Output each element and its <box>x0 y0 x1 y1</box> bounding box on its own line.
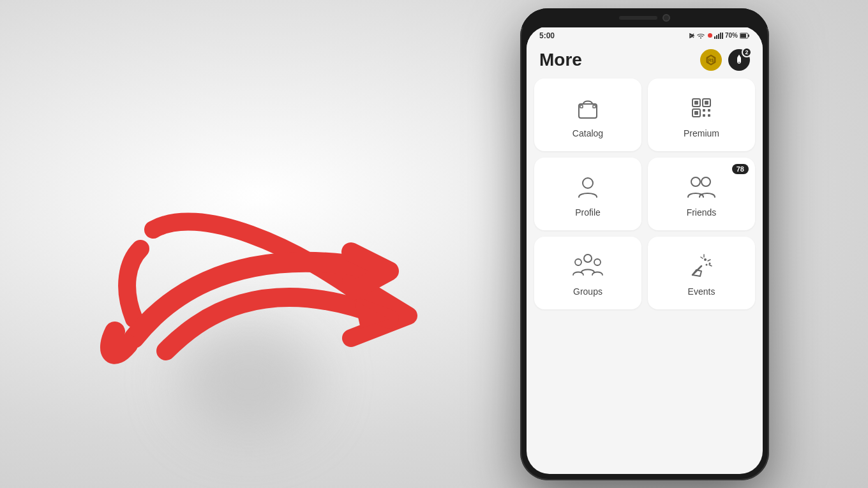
svg-rect-25 <box>703 114 705 117</box>
battery-level: 70% <box>725 32 738 39</box>
premium-icon <box>687 94 715 122</box>
friends-label: Friends <box>687 207 717 218</box>
phone-device: 5:00 <box>520 8 769 480</box>
status-icons: 70% <box>689 32 750 40</box>
premium-label: Premium <box>684 128 719 138</box>
svg-line-39 <box>708 260 710 261</box>
app-title: More <box>539 50 582 70</box>
recording-dot <box>708 33 712 38</box>
notification-button[interactable]: 2 <box>728 49 750 71</box>
bg-blur-shape <box>179 322 319 437</box>
svg-rect-20 <box>705 101 708 105</box>
svg-rect-14 <box>579 104 597 118</box>
svg-point-27 <box>583 178 593 188</box>
wifi-icon <box>697 33 705 39</box>
menu-grid: Catalog <box>527 78 763 309</box>
svg-line-40 <box>709 265 712 266</box>
premium-card[interactable]: Premium <box>648 78 755 151</box>
friends-icon <box>685 173 717 201</box>
phone-top-bar <box>520 8 769 27</box>
groups-icon <box>572 252 604 280</box>
robux-button[interactable]: R$ <box>700 49 722 71</box>
status-bar: 5:00 <box>527 26 763 43</box>
signal-icon <box>714 33 723 39</box>
svg-rect-3 <box>716 35 717 39</box>
svg-rect-6 <box>722 33 723 39</box>
groups-label: Groups <box>573 286 602 297</box>
svg-point-30 <box>584 255 592 262</box>
svg-line-38 <box>701 257 703 258</box>
svg-point-31 <box>575 259 581 265</box>
catalog-card[interactable]: Catalog <box>534 78 641 151</box>
phone-camera <box>662 14 670 22</box>
svg-point-29 <box>701 177 710 186</box>
person-icon <box>574 173 602 201</box>
svg-text:R$: R$ <box>708 58 714 63</box>
phone-screen: 5:00 <box>527 26 763 474</box>
svg-rect-23 <box>703 109 705 112</box>
events-label: Events <box>688 286 715 297</box>
robux-hex-icon: R$ <box>705 54 717 66</box>
notification-badge: 2 <box>742 47 752 57</box>
status-time: 5:00 <box>539 31 555 40</box>
shopping-bag-icon <box>574 94 602 122</box>
svg-rect-13 <box>738 55 740 56</box>
app-header: More R$ <box>527 43 763 78</box>
svg-rect-26 <box>708 114 710 117</box>
svg-rect-16 <box>593 105 595 108</box>
svg-point-35 <box>709 262 711 264</box>
events-icon <box>687 252 715 280</box>
svg-rect-15 <box>580 105 583 108</box>
svg-rect-2 <box>714 36 715 39</box>
svg-point-1 <box>700 37 701 38</box>
catalog-label: Catalog <box>572 128 603 138</box>
phone-wrapper: 5:00 <box>421 0 868 488</box>
svg-rect-4 <box>718 34 719 39</box>
svg-point-34 <box>704 258 707 261</box>
bluetooth-icon <box>689 32 695 40</box>
groups-card[interactable]: Groups <box>534 237 641 309</box>
phone-speaker <box>619 16 657 20</box>
svg-point-32 <box>594 259 601 265</box>
events-card[interactable]: Events <box>648 237 755 309</box>
svg-point-28 <box>691 177 700 186</box>
svg-rect-22 <box>694 111 698 115</box>
profile-label: Profile <box>575 207 601 218</box>
friends-badge: 78 <box>732 164 749 174</box>
svg-rect-8 <box>748 34 749 37</box>
svg-point-36 <box>706 263 708 265</box>
svg-rect-9 <box>740 34 746 38</box>
header-icons: R$ 2 <box>700 49 750 71</box>
svg-rect-5 <box>720 33 721 39</box>
profile-card[interactable]: Profile <box>534 158 641 230</box>
svg-rect-18 <box>694 101 698 105</box>
battery-icon <box>740 33 750 39</box>
friends-card[interactable]: 78 Friends <box>648 158 755 230</box>
svg-rect-24 <box>708 109 710 112</box>
